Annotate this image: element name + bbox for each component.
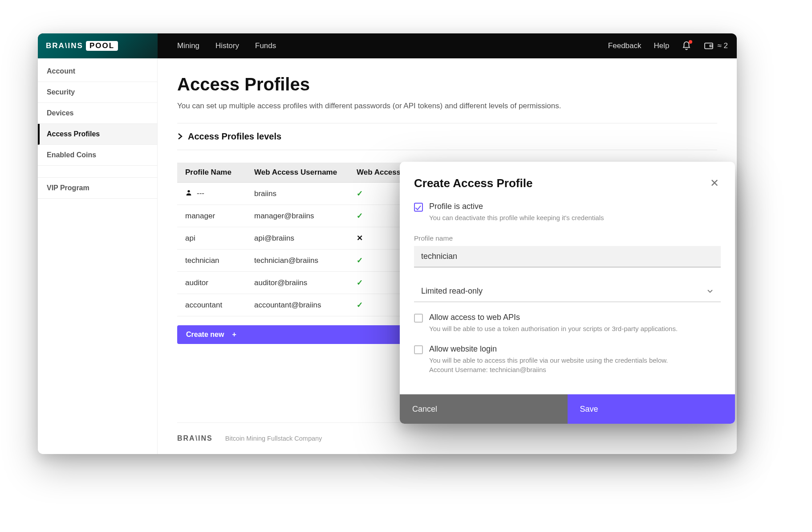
- top-nav: Mining History Funds: [177, 41, 276, 50]
- close-icon: ✕: [710, 177, 719, 189]
- brand-text-pill: POOL: [86, 41, 118, 51]
- create-new-label: Create new: [186, 331, 224, 339]
- plus-icon: +: [232, 331, 236, 339]
- sidebar-item-devices[interactable]: Devices: [38, 103, 157, 124]
- cell-username: api@braiins: [246, 227, 349, 250]
- help-link[interactable]: Help: [654, 41, 670, 50]
- nav-mining[interactable]: Mining: [177, 41, 199, 50]
- page-subtitle: You can set up multiple access profiles …: [177, 102, 717, 123]
- allow-web-login-checkbox[interactable]: [414, 345, 423, 354]
- sidebar: Account Security Devices Access Profiles…: [38, 58, 158, 454]
- notification-dot-icon: [689, 40, 692, 44]
- cell-profile-name: auditor: [177, 272, 246, 294]
- cell-username: manager@braiins: [246, 205, 349, 227]
- save-label: Save: [580, 405, 598, 414]
- page-title: Access Profiles: [177, 74, 717, 94]
- chevron-down-icon: [706, 287, 714, 295]
- cell-profile-name: manager: [177, 205, 246, 227]
- cancel-button[interactable]: Cancel: [400, 394, 568, 424]
- footer: BRA\INS Bitcoin Mining Fullstack Company: [177, 422, 717, 454]
- brand-text-left: BRA\INS: [46, 41, 83, 50]
- titlebar: BRA\INS POOL Mining History Funds Feedba…: [38, 33, 737, 58]
- nav-history[interactable]: History: [215, 41, 239, 50]
- allow-web-login-label: Allow website login: [429, 344, 668, 354]
- allow-api-checkbox[interactable]: [414, 314, 423, 323]
- user-icon: [185, 189, 192, 198]
- svg-rect-0: [705, 43, 713, 49]
- check-icon: ✓: [357, 212, 363, 220]
- wallet-balance[interactable]: ≈ 2: [704, 41, 728, 50]
- cell-profile-name: technician: [177, 250, 246, 272]
- cancel-label: Cancel: [412, 405, 437, 414]
- feedback-link[interactable]: Feedback: [608, 41, 641, 50]
- wallet-balance-value: ≈ 2: [717, 41, 728, 50]
- profile-name-input[interactable]: [414, 246, 721, 267]
- levels-toggle-label: Access Profiles levels: [188, 131, 281, 142]
- check-icon: ✓: [357, 301, 363, 309]
- sidebar-item-vip-program[interactable]: VIP Program: [38, 177, 157, 199]
- cell-username: technician@braiins: [246, 250, 349, 272]
- profile-active-checkbox[interactable]: [414, 203, 423, 212]
- profile-active-label: Profile is active: [429, 202, 604, 211]
- cell-username: auditor@braiins: [246, 272, 349, 294]
- profile-name-label: Profile name: [414, 234, 721, 242]
- cell-username: braiins: [246, 183, 349, 205]
- chevron-right-icon: [177, 131, 183, 142]
- allow-api-label: Allow access to web APIs: [429, 313, 678, 322]
- create-profile-modal: Create Access Profile ✕ Profile is activ…: [400, 162, 735, 424]
- check-icon: ✓: [357, 189, 363, 198]
- check-icon: ✓: [357, 256, 363, 265]
- brand-logo: BRA\INS POOL: [38, 33, 158, 58]
- cross-icon: ✕: [357, 234, 363, 242]
- allow-web-login-desc-1: You will be able to access this profile …: [429, 356, 668, 364]
- cell-profile-name: accountant: [177, 294, 246, 316]
- modal-title: Create Access Profile: [414, 176, 532, 190]
- modal-close-button[interactable]: ✕: [708, 175, 721, 191]
- wallet-icon: [704, 42, 714, 50]
- cell-username: accountant@braiins: [246, 294, 349, 316]
- notifications-button[interactable]: [682, 41, 691, 51]
- cell-profile-name: ---: [177, 183, 246, 205]
- svg-point-2: [187, 190, 190, 192]
- th-username: Web Access Username: [246, 163, 349, 183]
- allow-api-desc: You will be able to use a token authoris…: [429, 324, 678, 334]
- permission-level-select[interactable]: Limited read-only: [414, 281, 721, 302]
- permission-level-value: Limited read-only: [421, 286, 706, 296]
- profile-active-desc: You can deactivate this profile while ke…: [429, 213, 604, 223]
- footer-logo: BRA\INS: [177, 434, 213, 442]
- check-icon: ✓: [357, 278, 363, 287]
- footer-tagline: Bitcoin Mining Fullstack Company: [225, 435, 322, 442]
- th-profile-name: Profile Name: [177, 163, 246, 183]
- sidebar-item-security[interactable]: Security: [38, 82, 157, 103]
- access-profiles-levels-toggle[interactable]: Access Profiles levels: [177, 123, 717, 150]
- svg-rect-1: [710, 45, 713, 47]
- sidebar-item-account[interactable]: Account: [38, 61, 157, 82]
- nav-funds[interactable]: Funds: [255, 41, 276, 50]
- sidebar-item-access-profiles[interactable]: Access Profiles: [38, 124, 157, 145]
- save-button[interactable]: Save: [568, 394, 735, 424]
- sidebar-item-enabled-coins[interactable]: Enabled Coins: [38, 145, 157, 166]
- cell-profile-name: api: [177, 227, 246, 250]
- allow-web-login-desc-2: Account Username: technician@braiins: [429, 366, 546, 373]
- titlebar-right: Feedback Help ≈ 2: [608, 41, 728, 51]
